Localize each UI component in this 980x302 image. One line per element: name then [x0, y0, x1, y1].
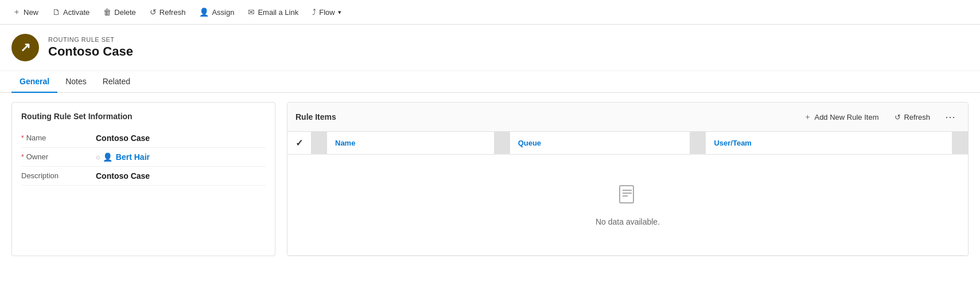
new-button[interactable]: ＋ New [7, 3, 44, 21]
rule-items-header: Rule Items ＋ Add New Rule Item ↺ Refresh… [287, 103, 968, 132]
email-icon: ✉ [248, 7, 255, 17]
new-icon: ＋ [13, 7, 21, 17]
required-star-name: * [21, 134, 24, 142]
col-sep-1 [311, 132, 327, 155]
flow-icon: ⤴ [312, 7, 316, 17]
circle-icon: ○ [96, 153, 100, 162]
plus-icon: ＋ [804, 112, 811, 122]
no-data-container: No data available. [295, 160, 960, 249]
add-new-rule-item-button[interactable]: ＋ Add New Rule Item [798, 109, 884, 125]
no-data-text: No data available. [596, 217, 660, 226]
flow-button[interactable]: ⤴ Flow ▾ [306, 4, 347, 20]
col-check: ✓ [287, 132, 311, 155]
activate-label: Activate [63, 8, 90, 17]
left-panel: Routing Rule Set Information *Name Conto… [11, 102, 275, 256]
field-value-name: Contoso Case [96, 134, 150, 143]
col-sep-4 [952, 132, 968, 155]
rule-refresh-label: Refresh [904, 113, 930, 121]
flow-chevron-icon: ▾ [338, 9, 341, 16]
delete-label: Delete [114, 8, 136, 17]
rule-items-table: ✓ Name Queue User/Team [287, 132, 968, 256]
field-row-description: Description Contoso Case [21, 167, 266, 186]
field-row-owner: *Owner ○ 👤 Bert Hair [21, 148, 266, 167]
table-header-row: ✓ Name Queue User/Team [287, 132, 968, 155]
rule-items-body: No data available. [287, 155, 968, 256]
tab-general[interactable]: General [11, 71, 57, 93]
no-data-row: No data available. [287, 155, 968, 256]
add-new-rule-item-label: Add New Rule Item [814, 113, 878, 121]
avatar-icon: ↗ [20, 40, 30, 55]
person-icon: 👤 [103, 152, 112, 162]
delete-icon: 🗑 [103, 7, 111, 17]
field-label-owner: *Owner [21, 152, 90, 161]
page-subtitle: ROUTING RULE SET [48, 36, 133, 43]
activate-icon: 🗋 [52, 7, 60, 17]
svg-rect-0 [620, 186, 633, 203]
ellipsis-icon: ⋯ [945, 111, 955, 123]
activate-button[interactable]: 🗋 Activate [46, 4, 95, 20]
tab-notes[interactable]: Notes [57, 71, 95, 93]
rule-refresh-icon: ↺ [895, 113, 901, 121]
field-row-name: *Name Contoso Case [21, 129, 266, 148]
tabs-bar: General Notes Related [0, 71, 980, 93]
field-owner-value: ○ 👤 Bert Hair [96, 152, 150, 162]
refresh-icon: ↺ [150, 7, 157, 17]
col-user-team: User/Team [706, 132, 952, 155]
no-data-cell: No data available. [287, 155, 968, 256]
col-sep-2 [494, 132, 510, 155]
email-link-button[interactable]: ✉ Email a Link [242, 4, 304, 20]
more-options-button[interactable]: ⋯ [940, 108, 960, 125]
assign-icon: 👤 [199, 7, 209, 17]
assign-button[interactable]: 👤 Assign [193, 4, 240, 20]
field-value-description: Contoso Case [96, 171, 150, 181]
required-star-owner: * [21, 153, 24, 161]
col-sep-3 [690, 132, 706, 155]
check-icon: ✓ [295, 138, 303, 148]
delete-button[interactable]: 🗑 Delete [98, 4, 142, 20]
field-label-name: *Name [21, 134, 90, 142]
refresh-label: Refresh [160, 8, 186, 17]
col-name: Name [327, 132, 494, 155]
owner-name[interactable]: Bert Hair [116, 152, 150, 162]
avatar: ↗ [11, 34, 39, 61]
col-queue: Queue [510, 132, 690, 155]
toolbar: ＋ New 🗋 Activate 🗑 Delete ↺ Refresh 👤 As… [0, 0, 980, 25]
right-panel: Rule Items ＋ Add New Rule Item ↺ Refresh… [287, 102, 969, 256]
page-header: ↗ ROUTING RULE SET Contoso Case [0, 25, 980, 71]
no-data-icon [616, 183, 639, 211]
main-content: Routing Rule Set Information *Name Conto… [0, 93, 980, 265]
owner-icons: ○ 👤 [96, 152, 112, 162]
assign-label: Assign [212, 8, 234, 17]
new-label: New [24, 8, 38, 17]
flow-label: Flow [319, 8, 335, 17]
page-title: Contoso Case [48, 44, 133, 59]
rule-items-title: Rule Items [295, 112, 794, 121]
tab-related[interactable]: Related [95, 71, 138, 93]
header-text: ROUTING RULE SET Contoso Case [48, 36, 133, 59]
rule-items-refresh-button[interactable]: ↺ Refresh [889, 110, 936, 124]
email-link-label: Email a Link [258, 8, 298, 17]
left-panel-title: Routing Rule Set Information [21, 112, 266, 121]
refresh-button[interactable]: ↺ Refresh [144, 4, 192, 20]
field-label-description: Description [21, 171, 90, 180]
